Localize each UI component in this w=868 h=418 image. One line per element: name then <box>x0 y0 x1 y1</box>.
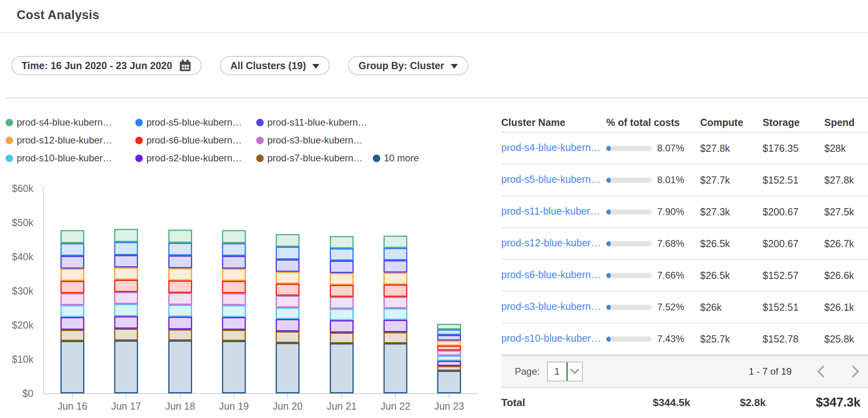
cluster-name-link[interactable]: prod-s3-blue-kubern… <box>501 301 601 312</box>
bar-segment[interactable] <box>60 305 84 317</box>
bar-segment[interactable] <box>276 331 300 343</box>
bar-segment[interactable] <box>60 341 84 393</box>
legend-item[interactable]: prod-s12-blue-kuber… <box>6 135 135 146</box>
bar-segment[interactable] <box>383 308 407 320</box>
bar-segment[interactable] <box>437 346 461 351</box>
bar-segment[interactable] <box>114 316 138 329</box>
legend-item[interactable]: prod-s10-blue-kuber… <box>6 153 135 164</box>
bar-segment[interactable] <box>330 248 354 261</box>
bar-segment[interactable] <box>437 329 461 335</box>
cluster-name-link[interactable]: prod-s12-blue-kuber… <box>501 237 601 249</box>
legend-item[interactable]: prod-s2-blue-kubern… <box>135 153 256 164</box>
stacked-bar-jun-20[interactable] <box>276 234 300 393</box>
bar-segment[interactable] <box>114 280 138 292</box>
legend-item[interactable]: prod-s11-blue-kubern… <box>256 117 373 128</box>
bar-segment[interactable] <box>330 297 354 308</box>
bar-segment[interactable] <box>437 361 461 366</box>
bar-segment[interactable] <box>276 234 300 247</box>
bar-segment[interactable] <box>222 281 246 293</box>
bar-segment[interactable] <box>222 243 246 256</box>
cluster-name-link[interactable]: prod-s11-blue-kuber… <box>501 205 600 217</box>
bar-segment[interactable] <box>168 230 192 243</box>
stacked-bar-jun-19[interactable] <box>222 230 246 393</box>
bar-segment[interactable] <box>168 281 192 293</box>
bar-segment[interactable] <box>222 341 246 393</box>
prev-page-button[interactable] <box>815 365 827 378</box>
bar-segment[interactable] <box>60 269 84 281</box>
stacked-bar-jun-16[interactable] <box>60 230 84 393</box>
cluster-name-link[interactable]: prod-s5-blue-kubern… <box>501 174 601 185</box>
clusters-filter-dropdown[interactable]: All Clusters (19) <box>220 56 330 75</box>
bar-segment[interactable] <box>114 292 138 304</box>
bar-segment[interactable] <box>168 329 192 341</box>
bar-segment[interactable] <box>276 319 300 331</box>
bar-segment[interactable] <box>383 284 407 296</box>
bar-segment[interactable] <box>222 305 246 317</box>
bar-segment[interactable] <box>383 236 407 248</box>
bar-segment[interactable] <box>437 371 461 393</box>
bar-segment[interactable] <box>437 341 461 346</box>
bar-segment[interactable] <box>276 247 300 259</box>
bar-segment[interactable] <box>168 255 192 268</box>
stacked-bar-jun-17[interactable] <box>114 229 138 393</box>
bar-segment[interactable] <box>276 343 300 393</box>
legend-item[interactable]: prod-s3-blue-kubern… <box>256 135 373 146</box>
bar-segment[interactable] <box>114 267 138 280</box>
bar-segment[interactable] <box>222 256 246 269</box>
bar-segment[interactable] <box>168 293 192 305</box>
page-select[interactable]: 1 <box>547 362 583 381</box>
bar-segment[interactable] <box>330 273 354 285</box>
legend-item[interactable]: prod-s5-blue-kubern… <box>135 117 256 128</box>
bar-segment[interactable] <box>60 293 84 305</box>
bar-segment[interactable] <box>330 309 354 320</box>
bar-segment[interactable] <box>437 366 461 371</box>
bar-segment[interactable] <box>383 260 407 273</box>
bar-segment[interactable] <box>222 293 246 305</box>
bar-segment[interactable] <box>330 236 354 249</box>
bar-segment[interactable] <box>276 272 300 284</box>
bar-segment[interactable] <box>222 317 246 330</box>
bar-segment[interactable] <box>222 230 246 243</box>
bar-segment[interactable] <box>437 350 461 356</box>
bar-segment[interactable] <box>168 305 192 317</box>
bar-segment[interactable] <box>60 230 84 243</box>
bar-segment[interactable] <box>383 297 407 308</box>
bar-segment[interactable] <box>437 335 461 341</box>
bar-segment[interactable] <box>222 269 246 281</box>
bar-segment[interactable] <box>330 261 354 273</box>
stacked-bar-jun-21[interactable] <box>330 236 354 393</box>
bar-segment[interactable] <box>60 243 84 256</box>
bar-segment[interactable] <box>330 285 354 297</box>
bar-segment[interactable] <box>383 343 407 393</box>
bar-segment[interactable] <box>114 304 138 316</box>
time-range-filter[interactable]: Time: 16 Jun 2020 - 23 Jun 2020 <box>11 56 202 75</box>
cluster-name-link[interactable]: prod-s6-blue-kubern… <box>501 269 601 281</box>
bar-segment[interactable] <box>114 229 138 242</box>
group-by-dropdown[interactable]: Group By: Cluster <box>348 56 468 75</box>
bar-segment[interactable] <box>437 324 461 329</box>
bar-segment[interactable] <box>114 255 138 268</box>
stacked-bar-jun-23[interactable] <box>437 324 461 393</box>
stacked-bar-jun-22[interactable] <box>383 236 407 393</box>
legend-item[interactable]: prod-s6-blue-kubern… <box>135 135 256 146</box>
legend-item[interactable]: 10 more <box>373 153 419 164</box>
bar-segment[interactable] <box>114 329 138 340</box>
bar-segment[interactable] <box>383 248 407 260</box>
bar-segment[interactable] <box>60 256 84 269</box>
bar-segment[interactable] <box>276 296 300 308</box>
bar-segment[interactable] <box>60 317 84 330</box>
bar-segment[interactable] <box>330 343 354 393</box>
bar-segment[interactable] <box>222 330 246 341</box>
bar-segment[interactable] <box>383 273 407 284</box>
bar-segment[interactable] <box>383 332 407 343</box>
bar-segment[interactable] <box>330 320 354 333</box>
bar-segment[interactable] <box>383 320 407 332</box>
bar-segment[interactable] <box>437 356 461 361</box>
stacked-bar-jun-18[interactable] <box>168 230 192 393</box>
cluster-name-link[interactable]: prod-s4-blue-kubern… <box>501 142 601 153</box>
bar-segment[interactable] <box>60 281 84 293</box>
bar-segment[interactable] <box>276 259 300 272</box>
bar-segment[interactable] <box>114 242 138 255</box>
bar-segment[interactable] <box>168 243 192 256</box>
cluster-name-link[interactable]: prod-s10-blue-kuber… <box>501 333 601 344</box>
